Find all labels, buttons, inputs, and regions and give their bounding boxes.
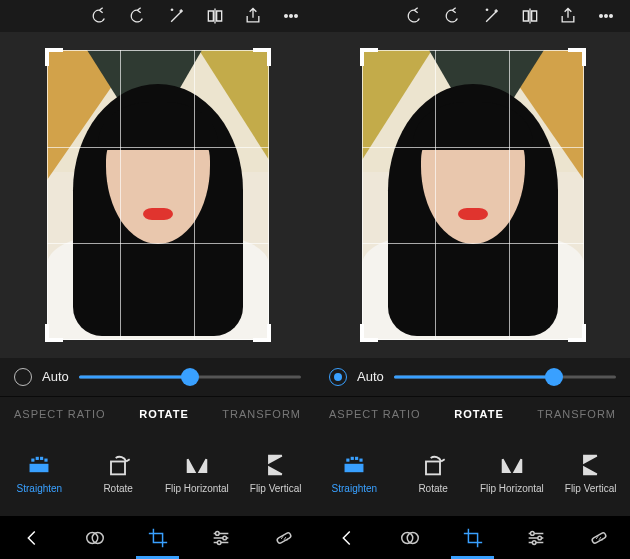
top-toolbar	[0, 0, 315, 32]
svg-point-27	[537, 536, 541, 540]
flip-horizontal-icon	[183, 453, 211, 477]
nav-heal[interactable]	[252, 516, 315, 559]
crop-tabs: ASPECT RATIO ROTATE TRANSFORM	[315, 396, 630, 431]
tab-aspect-ratio[interactable]: ASPECT RATIO	[323, 408, 427, 420]
auto-radio[interactable]	[14, 368, 32, 386]
tab-rotate[interactable]: ROTATE	[448, 408, 510, 420]
auto-row: Auto	[0, 358, 315, 396]
tool-label: Rotate	[103, 483, 132, 494]
tool-rotate[interactable]: Rotate	[84, 453, 152, 494]
image-canvas[interactable]	[0, 32, 315, 358]
redo-icon[interactable]	[129, 6, 149, 26]
tab-aspect-ratio[interactable]: ASPECT RATIO	[8, 408, 112, 420]
editor-pane-left: Auto ASPECT RATIO ROTATE TRANSFORM Strai…	[0, 0, 315, 559]
svg-rect-8	[111, 461, 125, 474]
nav-crop[interactable]	[441, 516, 504, 559]
nav-looks[interactable]	[378, 516, 441, 559]
tool-rotate[interactable]: Rotate	[399, 453, 467, 494]
tool-flip-vertical[interactable]: Flip Vertical	[242, 453, 310, 494]
tool-label: Straighten	[332, 483, 378, 494]
svg-rect-21	[356, 458, 358, 460]
image-canvas[interactable]	[315, 32, 630, 358]
tool-flip-horizontal[interactable]: Flip Horizontal	[478, 453, 546, 494]
svg-point-12	[222, 536, 226, 540]
crop-frame[interactable]	[362, 50, 584, 340]
svg-point-28	[532, 540, 536, 544]
svg-point-16	[605, 15, 608, 18]
editor-pane-right: Auto ASPECT RATIO ROTATE TRANSFORM Strai…	[315, 0, 630, 559]
bottom-nav	[0, 516, 315, 559]
nav-crop[interactable]	[126, 516, 189, 559]
rotate-icon	[419, 453, 447, 477]
svg-point-0	[285, 15, 288, 18]
svg-rect-29	[591, 532, 606, 544]
undo-icon[interactable]	[91, 6, 111, 26]
auto-label: Auto	[42, 369, 69, 384]
crop-handle-tr[interactable]	[360, 48, 378, 66]
flip-vertical-icon	[262, 453, 290, 477]
tool-label: Flip Vertical	[565, 483, 617, 494]
tool-straighten[interactable]: Straighten	[320, 453, 388, 494]
undo-icon[interactable]	[406, 6, 426, 26]
svg-rect-6	[41, 458, 43, 460]
nav-back[interactable]	[0, 516, 63, 559]
crop-grid-overlay	[362, 50, 584, 340]
svg-rect-20	[352, 458, 354, 460]
compare-icon[interactable]	[520, 6, 540, 26]
crop-handle-br[interactable]	[360, 324, 378, 342]
crop-handle-tr[interactable]	[253, 48, 271, 66]
svg-point-17	[610, 15, 613, 18]
svg-rect-5	[37, 458, 39, 460]
flip-horizontal-icon	[498, 453, 526, 477]
straighten-slider[interactable]	[394, 367, 616, 387]
tool-flip-vertical[interactable]: Flip Vertical	[557, 453, 625, 494]
svg-point-26	[530, 531, 534, 535]
share-icon[interactable]	[243, 6, 263, 26]
svg-point-2	[295, 15, 298, 18]
tool-label: Flip Horizontal	[165, 483, 229, 494]
crop-handle-br[interactable]	[253, 324, 271, 342]
more-icon[interactable]	[281, 6, 301, 26]
nav-adjust[interactable]	[189, 516, 252, 559]
magic-wand-icon[interactable]	[482, 6, 502, 26]
crop-handle-tl[interactable]	[568, 48, 586, 66]
auto-label: Auto	[357, 369, 384, 384]
crop-frame[interactable]	[47, 50, 269, 340]
rotate-tools: Straighten Rotate Flip Horizontal Flip V…	[0, 431, 315, 517]
share-icon[interactable]	[558, 6, 578, 26]
svg-rect-22	[361, 460, 363, 462]
magic-wand-icon[interactable]	[167, 6, 187, 26]
tab-transform[interactable]: TRANSFORM	[216, 408, 307, 420]
tool-label: Rotate	[418, 483, 447, 494]
flip-vertical-icon	[577, 453, 605, 477]
tab-transform[interactable]: TRANSFORM	[531, 408, 622, 420]
svg-point-13	[217, 540, 221, 544]
compare-icon[interactable]	[205, 6, 225, 26]
tool-flip-horizontal[interactable]: Flip Horizontal	[163, 453, 231, 494]
top-toolbar	[315, 0, 630, 32]
auto-row: Auto	[315, 358, 630, 396]
nav-heal[interactable]	[567, 516, 630, 559]
crop-handle-tl[interactable]	[45, 48, 63, 66]
crop-handle-bl[interactable]	[568, 324, 586, 342]
crop-handle-bl[interactable]	[45, 324, 63, 342]
svg-point-11	[215, 531, 219, 535]
tool-label: Straighten	[17, 483, 63, 494]
nav-looks[interactable]	[63, 516, 126, 559]
nav-adjust[interactable]	[504, 516, 567, 559]
auto-radio[interactable]	[329, 368, 347, 386]
straighten-slider[interactable]	[79, 367, 301, 387]
svg-point-15	[600, 15, 603, 18]
straighten-icon	[340, 453, 368, 477]
tab-rotate[interactable]: ROTATE	[133, 408, 195, 420]
tool-straighten[interactable]: Straighten	[5, 453, 73, 494]
nav-back[interactable]	[315, 516, 378, 559]
more-icon[interactable]	[596, 6, 616, 26]
svg-rect-14	[276, 532, 291, 544]
svg-rect-18	[346, 465, 364, 472]
svg-point-1	[290, 15, 293, 18]
redo-icon[interactable]	[444, 6, 464, 26]
svg-rect-7	[46, 460, 48, 462]
svg-rect-23	[426, 461, 440, 474]
rotate-icon	[104, 453, 132, 477]
